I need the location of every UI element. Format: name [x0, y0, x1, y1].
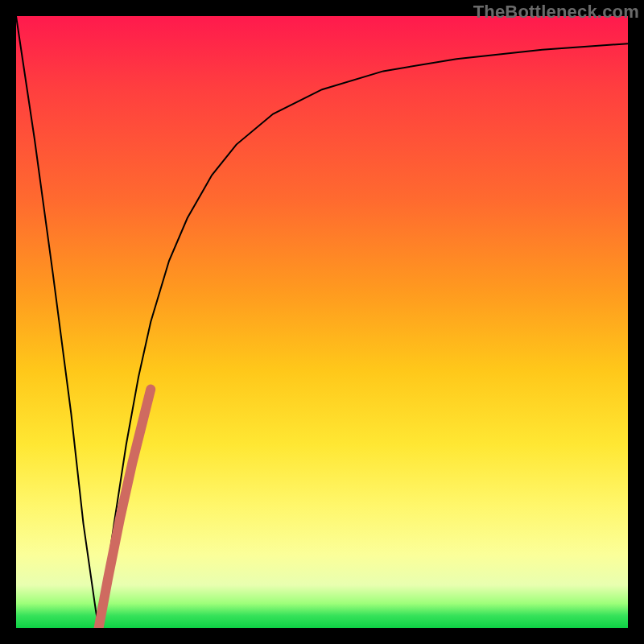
plot-area — [16, 16, 628, 628]
watermark-text: TheBottleneck.com — [473, 2, 639, 23]
bottleneck-curve — [16, 16, 628, 628]
chart-svg — [16, 16, 628, 628]
highlight-segment — [99, 390, 151, 628]
chart-frame: TheBottleneck.com — [0, 0, 644, 644]
